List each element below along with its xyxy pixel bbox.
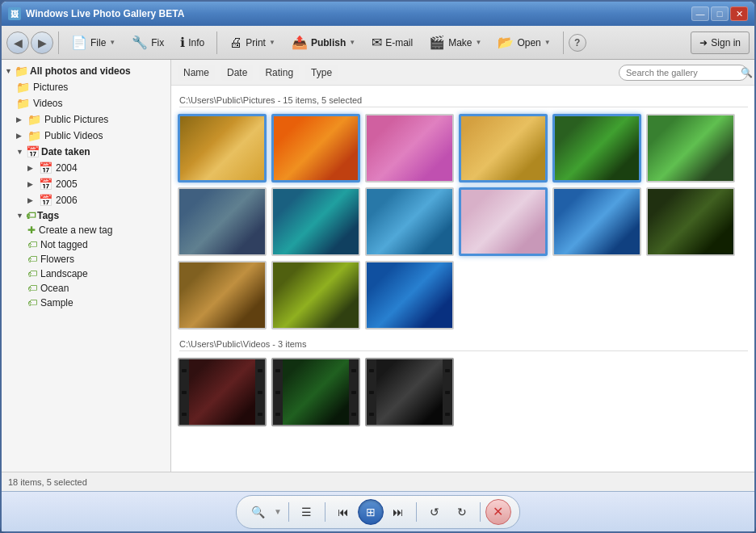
col-rating-button[interactable]: Rating bbox=[259, 65, 299, 81]
publish-button[interactable]: 📤 Publish ▼ bbox=[284, 30, 363, 56]
email-button[interactable]: ✉ E-mail bbox=[364, 30, 420, 56]
film-hole bbox=[182, 391, 187, 394]
film-hole bbox=[369, 369, 374, 372]
search-box: 🔍 bbox=[619, 65, 748, 81]
search-icon[interactable]: 🔍 bbox=[741, 67, 753, 78]
photo-thumb-1[interactable] bbox=[178, 114, 267, 183]
sidebar-item-2004[interactable]: ▶ 📅 2004 bbox=[2, 160, 170, 176]
col-name-button[interactable]: Name bbox=[178, 65, 215, 81]
title-controls: — □ ✕ bbox=[691, 6, 748, 21]
zoom-icon: 🔍 bbox=[251, 506, 265, 518]
make-button[interactable]: 🎬 Make ▼ bbox=[422, 30, 489, 56]
film-hole bbox=[351, 369, 356, 372]
sidebar-item-sample[interactable]: 🏷 Sample bbox=[2, 296, 170, 310]
back-button[interactable]: ◀ bbox=[6, 31, 29, 54]
zoom-button[interactable]: 🔍 bbox=[245, 499, 271, 525]
col-type-button[interactable]: Type bbox=[305, 65, 338, 81]
photo-thumb-5[interactable] bbox=[552, 114, 641, 183]
file-button[interactable]: 📄 File ▼ bbox=[64, 30, 123, 56]
list-view-button[interactable]: ☰ bbox=[294, 499, 320, 525]
sidebar: ▼ 📁 All photos and videos 📁 Pictures 📁 V… bbox=[2, 60, 171, 472]
publish-dropdown-arrow: ▼ bbox=[349, 39, 355, 46]
signin-button[interactable]: ➜ Sign in bbox=[691, 31, 750, 54]
sidebar-item-2006[interactable]: ▶ 📅 2006 bbox=[2, 192, 170, 208]
make-dropdown-arrow: ▼ bbox=[476, 39, 482, 46]
sidebar-item-all-photos[interactable]: ▼ 📁 All photos and videos bbox=[2, 63, 170, 79]
photo-thumb-4[interactable] bbox=[459, 114, 548, 183]
photo-thumb-6[interactable] bbox=[646, 114, 735, 183]
open-button[interactable]: 📂 Open ▼ bbox=[490, 30, 557, 56]
photo-thumb-8[interactable] bbox=[271, 187, 360, 256]
photo-thumb-2[interactable] bbox=[271, 114, 360, 183]
video-thumb-1[interactable] bbox=[178, 358, 267, 426]
photo-thumb-11[interactable] bbox=[552, 187, 641, 256]
print-button[interactable]: 🖨 Print ▼ bbox=[222, 30, 283, 56]
help-button[interactable]: ? bbox=[569, 34, 586, 52]
prev-button[interactable]: ⏮ bbox=[330, 499, 356, 525]
photo-thumb-7[interactable] bbox=[178, 187, 267, 256]
pp-expand-arrow: ▶ bbox=[16, 115, 24, 124]
not-tagged-icon: 🏷 bbox=[27, 239, 37, 250]
film-hole bbox=[445, 413, 450, 416]
photo-thumb-10[interactable] bbox=[459, 187, 548, 256]
bottom-btn-group: 🔍 ▼ ☰ ⏮ ⊞ ⏭ ↺ ↻ bbox=[236, 495, 520, 529]
search-input[interactable] bbox=[626, 68, 737, 78]
fix-button[interactable]: 🔧 Fix bbox=[124, 30, 171, 56]
delete-button[interactable]: ✕ bbox=[485, 499, 511, 525]
close-button[interactable]: ✕ bbox=[730, 6, 748, 21]
print-dropdown-arrow: ▼ bbox=[269, 39, 275, 46]
next-button[interactable]: ⏭ bbox=[385, 499, 411, 525]
delete-icon: ✕ bbox=[493, 504, 503, 519]
rotate-left-icon: ↺ bbox=[430, 506, 439, 518]
sidebar-item-landscape[interactable]: 🏷 Landscape bbox=[2, 266, 170, 281]
toolbar-sep-1 bbox=[58, 31, 59, 54]
minimize-button[interactable]: — bbox=[691, 6, 709, 21]
sidebar-item-not-tagged[interactable]: 🏷 Not tagged bbox=[2, 237, 170, 252]
rotate-right-button[interactable]: ↻ bbox=[449, 499, 475, 525]
public-videos-icon: 📁 bbox=[27, 129, 41, 142]
sidebar-item-create-tag[interactable]: ✚ Create a new tag bbox=[2, 223, 170, 237]
file-icon: 📄 bbox=[71, 35, 87, 50]
calendar-icon-2004: 📅 bbox=[39, 162, 52, 174]
film-hole bbox=[182, 413, 187, 416]
sidebar-item-flowers[interactable]: 🏷 Flowers bbox=[2, 252, 170, 266]
photo-thumb-12[interactable] bbox=[646, 187, 735, 256]
sidebar-item-tags[interactable]: ▼ 🏷 Tags bbox=[2, 208, 170, 223]
sidebar-item-pictures[interactable]: 📁 Pictures bbox=[2, 79, 170, 95]
pictures-section-label: C:\Users\Public\Pictures - 15 items, 5 s… bbox=[179, 95, 748, 107]
videos-section-label: C:\Users\Public\Videos - 3 items bbox=[179, 339, 748, 351]
video-thumb-3[interactable] bbox=[365, 358, 454, 426]
app-icon: 🖼 bbox=[8, 7, 21, 20]
photo-thumb-14[interactable] bbox=[271, 261, 360, 329]
bottom-sep-3 bbox=[416, 502, 417, 522]
forward-button[interactable]: ▶ bbox=[31, 31, 53, 54]
video-thumb-2[interactable] bbox=[271, 358, 360, 426]
file-dropdown-arrow: ▼ bbox=[109, 39, 116, 46]
photo-thumb-3[interactable] bbox=[365, 114, 454, 183]
y2004-expand: ▶ bbox=[27, 164, 36, 172]
info-icon: ℹ bbox=[180, 35, 185, 50]
photo-thumb-15[interactable] bbox=[365, 261, 454, 329]
gallery-scroll[interactable]: C:\Users\Public\Pictures - 15 items, 5 s… bbox=[171, 86, 754, 472]
film-hole bbox=[369, 413, 374, 416]
film-hole bbox=[445, 369, 450, 372]
sidebar-item-2005[interactable]: ▶ 📅 2005 bbox=[2, 176, 170, 192]
pv-expand-arrow: ▶ bbox=[16, 132, 24, 140]
photo-thumb-13[interactable] bbox=[178, 261, 267, 329]
col-date-button[interactable]: Date bbox=[221, 65, 253, 81]
grid-view-button[interactable]: ⊞ bbox=[358, 499, 384, 525]
gallery-header: Name Date Rating Type 🔍 bbox=[171, 60, 754, 86]
tags-icon: 🏷 bbox=[26, 210, 36, 221]
sidebar-item-videos[interactable]: 📁 Videos bbox=[2, 95, 170, 111]
fix-icon: 🔧 bbox=[132, 35, 148, 50]
info-button[interactable]: ℹ Info bbox=[173, 30, 212, 56]
film-strip-right-2 bbox=[349, 359, 359, 425]
sidebar-item-date-taken[interactable]: ▼ 📅 Date taken bbox=[2, 144, 170, 160]
maximize-button[interactable]: □ bbox=[711, 6, 729, 21]
sidebar-item-ocean[interactable]: 🏷 Ocean bbox=[2, 281, 170, 296]
sidebar-item-public-videos[interactable]: ▶ 📁 Public Videos bbox=[2, 128, 170, 144]
sidebar-item-public-pictures[interactable]: ▶ 📁 Public Pictures bbox=[2, 111, 170, 128]
rotate-left-button[interactable]: ↺ bbox=[422, 499, 447, 525]
date-icon: 📅 bbox=[26, 145, 40, 158]
photo-thumb-9[interactable] bbox=[365, 187, 454, 256]
